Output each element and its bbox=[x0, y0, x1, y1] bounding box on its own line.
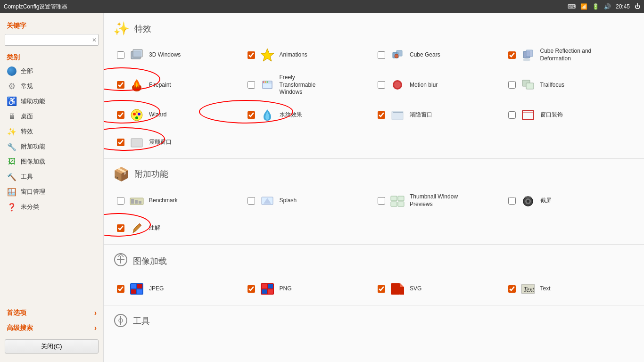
plugin-splash-checkbox[interactable] bbox=[248, 197, 255, 205]
addons-title: 附加功能 bbox=[134, 168, 168, 180]
close-button[interactable]: 关闭(C) bbox=[5, 339, 99, 354]
plugin-png-checkbox[interactable] bbox=[248, 285, 255, 293]
tools-icon: 🔨 bbox=[7, 172, 17, 182]
plugin-png-icon bbox=[259, 280, 276, 297]
plugin-window-decor[interactable]: 窗口装饰 bbox=[504, 104, 635, 126]
sidebar-item-uncategorized[interactable]: ❓ 未分类 bbox=[0, 199, 103, 214]
plugin-thumbnail-checkbox[interactable] bbox=[378, 197, 385, 205]
svg-point-22 bbox=[135, 116, 138, 119]
plugin-trailfocus[interactable]: Trailfocus bbox=[504, 71, 635, 99]
svg-rect-57 bbox=[391, 283, 400, 295]
plugin-benchmark-checkbox[interactable] bbox=[117, 197, 124, 205]
svg-rect-56 bbox=[268, 289, 273, 294]
sidebar-item-all-label: 全部 bbox=[21, 67, 33, 75]
plugin-cube-reflection-name: Cube Reflection and Deformation bbox=[540, 48, 592, 62]
svg-rect-7 bbox=[526, 50, 533, 57]
svg-point-8 bbox=[523, 58, 530, 61]
plugin-motion-blur-checkbox[interactable] bbox=[378, 81, 385, 89]
plugin-cube-gears-checkbox[interactable] bbox=[378, 51, 385, 59]
plugin-png[interactable]: PNG bbox=[244, 278, 374, 300]
plugin-annotate-checkbox[interactable] bbox=[117, 224, 124, 232]
sidebar-item-general[interactable]: ⚙ 常规 bbox=[0, 79, 103, 94]
sidebar-item-accessibility[interactable]: ♿ 辅助功能 bbox=[0, 94, 103, 109]
plugin-text[interactable]: Text Text bbox=[504, 278, 635, 300]
plugin-cube-gears[interactable]: Cube Gears bbox=[374, 44, 504, 66]
plugin-animations-name: Animations bbox=[280, 51, 307, 59]
imageload-icon: 🖼 bbox=[7, 156, 17, 167]
sidebar-item-uncategorized-label: 未分类 bbox=[21, 203, 39, 211]
sidebar-item-effects[interactable]: ✨ 特效 bbox=[0, 124, 103, 139]
plugin-wobble[interactable]: 震颤窗口 bbox=[113, 131, 244, 154]
plugin-text-checkbox[interactable] bbox=[508, 285, 516, 293]
sidebar-item-general-label: 常规 bbox=[21, 82, 33, 90]
sidebar-item-addons[interactable]: 🔧 附加功能 bbox=[0, 139, 103, 154]
plugin-water[interactable]: 水纹效果 bbox=[244, 104, 374, 126]
plugin-jpeg[interactable]: JPEG bbox=[113, 278, 244, 300]
sidebar-item-desktop[interactable]: 🖥 桌面 bbox=[0, 109, 103, 124]
svg-rect-38 bbox=[398, 202, 404, 206]
titlebar-left: CompizConfig设置管理器 bbox=[4, 3, 67, 11]
plugin-screenshot-checkbox[interactable] bbox=[508, 197, 516, 205]
plugin-ftw-name: Freely Transformable Windows bbox=[280, 74, 331, 96]
plugin-svg-icon bbox=[389, 280, 406, 297]
plugin-annotate[interactable]: 注解 bbox=[113, 217, 244, 239]
svg-point-23 bbox=[136, 111, 138, 113]
plugin-3d-windows-checkbox[interactable] bbox=[117, 51, 124, 59]
plugin-splash[interactable]: Splash bbox=[244, 189, 374, 212]
image-loading-section: 图像加载 JPEG bbox=[104, 245, 644, 305]
svg-point-13 bbox=[264, 82, 266, 83]
plugin-firepaint[interactable]: Firepaint bbox=[113, 71, 244, 99]
plugin-trailfocus-checkbox[interactable] bbox=[508, 81, 516, 89]
effects-header: ✨ 特效 bbox=[113, 21, 635, 36]
plugin-svg[interactable]: SVG bbox=[374, 278, 504, 300]
svg-point-14 bbox=[266, 82, 268, 83]
plugin-firepaint-checkbox[interactable] bbox=[117, 81, 124, 89]
svg-point-21 bbox=[138, 113, 140, 115]
plugin-wizard[interactable]: Wizard bbox=[113, 104, 244, 126]
search-clear-icon[interactable]: ✕ bbox=[92, 37, 97, 43]
plugin-wizard-checkbox[interactable] bbox=[117, 111, 124, 119]
sidebar-item-tools[interactable]: 🔨 工具 bbox=[0, 169, 103, 184]
plugin-fade-window-checkbox[interactable] bbox=[378, 111, 385, 119]
app-title: CompizConfig设置管理器 bbox=[4, 3, 67, 11]
plugin-jpeg-checkbox[interactable] bbox=[117, 285, 124, 293]
plugin-screenshot[interactable]: 截屏 bbox=[504, 189, 635, 212]
svg-rect-51 bbox=[137, 289, 142, 294]
sidebar-item-imageload[interactable]: 🖼 图像加载 bbox=[0, 154, 103, 169]
sidebar-item-windowmgmt[interactable]: 🪟 窗口管理 bbox=[0, 184, 103, 199]
preferences-item[interactable]: 首选项 › bbox=[0, 305, 103, 321]
svg-rect-31 bbox=[135, 200, 138, 204]
titlebar: CompizConfig设置管理器 ⌨ 📶 🔋 🔊 20:45 ⏻ bbox=[0, 0, 644, 13]
plugin-ftw[interactable]: Freely Transformable Windows bbox=[244, 71, 374, 99]
plugin-animations[interactable]: Animations bbox=[244, 44, 374, 66]
svg-rect-36 bbox=[398, 196, 404, 201]
plugin-water-checkbox[interactable] bbox=[248, 111, 255, 119]
plugin-window-decor-checkbox[interactable] bbox=[508, 111, 516, 119]
content-area: ✨ 特效 3D Windows bbox=[104, 13, 644, 362]
plugin-annotate-name: 注解 bbox=[149, 224, 160, 232]
advanced-search-item[interactable]: 高级搜索 › bbox=[0, 321, 103, 336]
plugin-text-name: Text bbox=[540, 285, 551, 293]
plugin-benchmark[interactable]: Benchmark bbox=[113, 189, 244, 212]
plugin-cube-reflection-checkbox[interactable] bbox=[508, 51, 516, 59]
plugin-motion-blur[interactable]: Motion blur bbox=[374, 71, 504, 99]
plugin-fade-window[interactable]: 渐隐窗口 bbox=[374, 104, 504, 126]
plugin-svg-checkbox[interactable] bbox=[378, 285, 385, 293]
plugin-thumbnail[interactable]: Thumbnail Window Previews bbox=[374, 189, 504, 212]
plugin-3d-windows[interactable]: 3D Windows bbox=[113, 44, 244, 66]
gear-icon: ⚙ bbox=[7, 81, 17, 91]
svg-point-12 bbox=[263, 82, 264, 83]
plugin-animations-checkbox[interactable] bbox=[248, 51, 255, 59]
advanced-search-label: 高级搜索 bbox=[7, 324, 33, 332]
sidebar-item-accessibility-label: 辅助功能 bbox=[21, 97, 45, 106]
search-input[interactable] bbox=[5, 34, 99, 46]
svg-point-41 bbox=[527, 200, 529, 203]
keyboard-icon: ⌨ bbox=[568, 3, 576, 10]
svg-point-16 bbox=[394, 82, 401, 88]
plugin-cube-reflection[interactable]: Cube Reflection and Deformation bbox=[504, 44, 635, 66]
sidebar-item-all[interactable]: 全部 bbox=[0, 64, 103, 79]
plugin-wobble-checkbox[interactable] bbox=[117, 139, 124, 146]
plugin-ftw-checkbox[interactable] bbox=[248, 81, 255, 89]
advanced-search-arrow: › bbox=[94, 324, 97, 332]
sidebar: 关键字 ✕ 类别 全部 ⚙ 常规 ♿ 辅助功能 🖥 桌面 ✨ 特效 🔧 附加 bbox=[0, 13, 104, 362]
